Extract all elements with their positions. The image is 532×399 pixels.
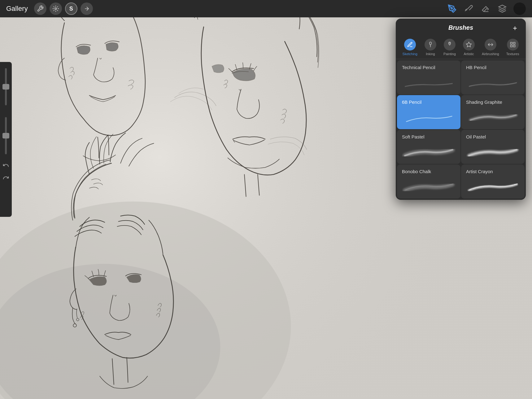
stroke-preview-6b-pencil [402,108,456,126]
svg-point-1 [451,8,453,9]
svg-rect-12 [513,42,515,44]
sketching-tab-icon [404,39,416,50]
adjust-icon[interactable] [50,2,62,15]
tab-sketching[interactable]: Sketching [400,37,420,59]
airbrushing-tab-label: Airbrushing [482,52,499,56]
sketching-tab-label: Sketching [403,52,417,56]
stroke-preview-oil-pastel [466,142,520,161]
textures-tab-label: Textures [506,52,519,56]
brush-name-shading-graphite: Shading Graphite [466,99,520,105]
stroke-preview-shading-graphite [466,108,520,126]
redo-button[interactable] [2,173,10,182]
stroke-preview-hb-pencil [466,73,520,91]
brush-name-technical-pencil: Technical Pencil [402,65,456,70]
transform-icon[interactable] [81,2,93,15]
svg-rect-11 [510,42,512,44]
layers-icon[interactable] [497,3,508,14]
brush-name-soft-pastel: Soft Pastel [402,134,456,139]
opacity-slider-thumb[interactable] [2,84,9,90]
brushes-header: Brushes + [396,19,526,34]
svg-marker-10 [466,42,472,47]
brush-6b-pencil[interactable]: 6B Pencil [397,95,460,129]
svg-rect-13 [513,45,515,47]
inking-tab-label: Inking [426,52,435,56]
tab-airbrushing[interactable]: Airbrushing [479,37,502,59]
artistic-tab-label: Artistic [464,52,474,56]
svg-point-0 [55,8,57,10]
brush-name-bonobo-chalk: Bonobo Chalk [402,169,456,174]
stroke-preview-artist-crayon [466,177,520,195]
tab-textures[interactable]: Textures [504,37,522,59]
toolbar-right [447,2,526,15]
airbrushing-tab-icon [485,39,496,50]
painting-tab-icon [444,39,456,50]
tab-artistic[interactable]: Artistic [460,37,477,59]
add-brush-button[interactable]: + [510,24,520,33]
brush-bonobo-chalk[interactable]: Bonobo Chalk [397,164,460,199]
stroke-preview-bonobo-chalk [402,177,456,195]
tab-painting[interactable]: Painting [441,37,458,59]
eraser-tool-icon[interactable] [480,3,491,14]
brush-shading-graphite[interactable]: Shading Graphite [461,95,525,129]
size-slider-track [5,117,7,154]
textures-tab-icon [507,39,519,50]
brushes-title: Brushes [448,24,473,31]
brush-tool-icon[interactable] [463,3,474,14]
brush-name-oil-pastel: Oil Pastel [466,134,520,139]
brush-oil-pastel[interactable]: Oil Pastel [461,130,525,164]
size-slider-thumb[interactable] [2,133,9,138]
user-avatar[interactable] [513,2,526,15]
brush-technical-pencil[interactable]: Technical Pencil [397,60,460,94]
painting-tab-label: Painting [443,52,456,56]
smudge-icon[interactable]: S [65,2,77,15]
svg-marker-2 [499,5,506,9]
stroke-preview-soft-pastel [402,142,456,161]
inking-tab-icon [425,39,436,50]
opacity-slider-track [5,68,7,105]
artistic-tab-icon [463,39,475,50]
brush-category-tabs: Sketching Inking Painting [396,34,526,59]
top-toolbar: Gallery S [0,0,532,17]
gallery-button[interactable]: Gallery [6,5,28,13]
brush-name-artist-crayon: Artist Crayon [466,169,520,174]
brush-hb-pencil[interactable]: HB Pencil [461,60,525,94]
brushes-panel: Brushes + Sketching Inking [396,19,526,200]
svg-point-9 [449,43,450,43]
svg-rect-14 [510,45,512,47]
brush-name-6b-pencil: 6B Pencil [402,99,456,105]
left-sidebar [0,62,12,217]
wrench-icon[interactable] [34,2,46,15]
undo-button[interactable] [2,161,10,170]
brush-grid: Technical Pencil HB Pencil 6B Pencil [396,59,526,200]
brush-name-hb-pencil: HB Pencil [466,65,520,70]
brush-soft-pastel[interactable]: Soft Pastel [397,130,460,164]
tab-inking[interactable]: Inking [422,37,439,59]
brush-artist-crayon[interactable]: Artist Crayon [461,164,525,199]
stroke-preview-technical-pencil [402,73,456,91]
pencil-tool-icon[interactable] [447,3,458,14]
